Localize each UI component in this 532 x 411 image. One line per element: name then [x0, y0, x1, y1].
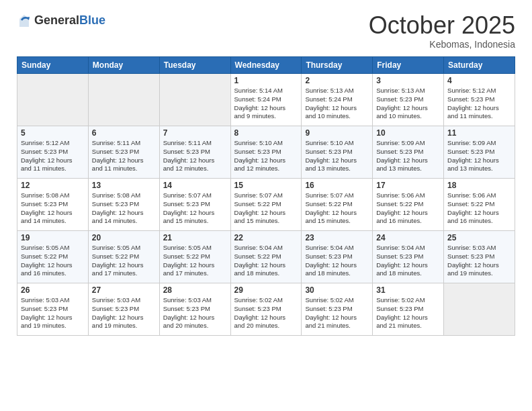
- day-info: Sunrise: 5:10 AM Sunset: 5:23 PM Dayligh…: [305, 139, 369, 173]
- day-info: Sunrise: 5:13 AM Sunset: 5:24 PM Dayligh…: [305, 87, 369, 121]
- day-info: Sunrise: 5:10 AM Sunset: 5:23 PM Dayligh…: [234, 139, 298, 173]
- table-row: 26Sunrise: 5:03 AM Sunset: 5:23 PM Dayli…: [17, 283, 89, 336]
- day-info: Sunrise: 5:04 AM Sunset: 5:22 PM Dayligh…: [234, 244, 298, 278]
- day-info: Sunrise: 5:12 AM Sunset: 5:23 PM Dayligh…: [21, 139, 85, 173]
- day-info: Sunrise: 5:11 AM Sunset: 5:23 PM Dayligh…: [92, 139, 156, 173]
- table-row: 14Sunrise: 5:07 AM Sunset: 5:23 PM Dayli…: [159, 179, 230, 231]
- day-number: 22: [234, 233, 298, 242]
- table-row: [444, 283, 515, 336]
- day-number: 19: [21, 233, 85, 242]
- table-row: 4Sunrise: 5:12 AM Sunset: 5:23 PM Daylig…: [444, 74, 515, 126]
- col-tuesday: Tuesday: [159, 57, 230, 74]
- day-info: Sunrise: 5:08 AM Sunset: 5:23 PM Dayligh…: [21, 191, 85, 226]
- logo: GeneralBlue: [17, 13, 105, 28]
- day-info: Sunrise: 5:08 AM Sunset: 5:23 PM Dayligh…: [92, 191, 156, 226]
- logo-blue: Blue: [79, 13, 105, 27]
- table-row: 8Sunrise: 5:10 AM Sunset: 5:23 PM Daylig…: [230, 126, 302, 179]
- table-row: 22Sunrise: 5:04 AM Sunset: 5:22 PM Dayli…: [230, 231, 302, 283]
- day-info: Sunrise: 5:03 AM Sunset: 5:23 PM Dayligh…: [21, 296, 85, 330]
- table-row: 30Sunrise: 5:02 AM Sunset: 5:23 PM Dayli…: [302, 283, 373, 336]
- day-number: 5: [21, 128, 85, 138]
- col-friday: Friday: [373, 57, 444, 74]
- col-saturday: Saturday: [444, 57, 515, 74]
- table-row: 25Sunrise: 5:03 AM Sunset: 5:23 PM Dayli…: [444, 231, 515, 283]
- table-row: 2Sunrise: 5:13 AM Sunset: 5:24 PM Daylig…: [302, 74, 373, 126]
- day-number: 2: [305, 76, 369, 85]
- day-number: 25: [447, 233, 511, 242]
- day-number: 3: [376, 76, 440, 85]
- day-info: Sunrise: 5:05 AM Sunset: 5:22 PM Dayligh…: [92, 244, 156, 278]
- day-info: Sunrise: 5:04 AM Sunset: 5:23 PM Dayligh…: [376, 244, 440, 278]
- header: GeneralBlue October 2025 Kebomas, Indone…: [17, 13, 515, 50]
- day-info: Sunrise: 5:11 AM Sunset: 5:23 PM Dayligh…: [163, 139, 227, 173]
- table-row: [17, 74, 89, 126]
- table-row: 23Sunrise: 5:04 AM Sunset: 5:23 PM Dayli…: [302, 231, 373, 283]
- table-row: 24Sunrise: 5:04 AM Sunset: 5:23 PM Dayli…: [373, 231, 444, 283]
- table-row: 20Sunrise: 5:05 AM Sunset: 5:22 PM Dayli…: [88, 231, 159, 283]
- table-row: 21Sunrise: 5:05 AM Sunset: 5:22 PM Dayli…: [159, 231, 230, 283]
- day-info: Sunrise: 5:02 AM Sunset: 5:23 PM Dayligh…: [234, 296, 298, 330]
- day-info: Sunrise: 5:05 AM Sunset: 5:22 PM Dayligh…: [21, 244, 85, 278]
- table-row: 17Sunrise: 5:06 AM Sunset: 5:22 PM Dayli…: [373, 179, 444, 231]
- day-info: Sunrise: 5:07 AM Sunset: 5:23 PM Dayligh…: [163, 191, 227, 226]
- day-info: Sunrise: 5:02 AM Sunset: 5:23 PM Dayligh…: [376, 296, 440, 330]
- day-info: Sunrise: 5:07 AM Sunset: 5:22 PM Dayligh…: [305, 191, 369, 226]
- day-number: 30: [305, 285, 369, 295]
- day-number: 18: [447, 181, 511, 190]
- day-number: 29: [234, 285, 298, 295]
- table-row: 15Sunrise: 5:07 AM Sunset: 5:22 PM Dayli…: [230, 179, 302, 231]
- day-number: 21: [163, 233, 227, 242]
- table-row: 19Sunrise: 5:05 AM Sunset: 5:22 PM Dayli…: [17, 231, 89, 283]
- day-number: 11: [447, 128, 511, 138]
- logo-icon: [17, 13, 32, 28]
- day-info: Sunrise: 5:06 AM Sunset: 5:22 PM Dayligh…: [447, 191, 511, 226]
- day-info: Sunrise: 5:02 AM Sunset: 5:23 PM Dayligh…: [305, 296, 369, 330]
- day-number: 1: [234, 76, 298, 85]
- day-info: Sunrise: 5:04 AM Sunset: 5:23 PM Dayligh…: [305, 244, 369, 278]
- day-info: Sunrise: 5:03 AM Sunset: 5:23 PM Dayligh…: [163, 296, 227, 330]
- table-row: 1Sunrise: 5:14 AM Sunset: 5:24 PM Daylig…: [230, 74, 302, 126]
- day-info: Sunrise: 5:13 AM Sunset: 5:23 PM Dayligh…: [376, 87, 440, 121]
- day-number: 23: [305, 233, 369, 242]
- col-monday: Monday: [88, 57, 159, 74]
- table-row: 27Sunrise: 5:03 AM Sunset: 5:23 PM Dayli…: [88, 283, 159, 336]
- table-row: 6Sunrise: 5:11 AM Sunset: 5:23 PM Daylig…: [88, 126, 159, 179]
- day-number: 6: [92, 128, 156, 138]
- day-info: Sunrise: 5:06 AM Sunset: 5:22 PM Dayligh…: [376, 191, 440, 226]
- month-title: October 2025: [369, 13, 515, 38]
- day-number: 12: [21, 181, 85, 190]
- calendar-week-1: 1Sunrise: 5:14 AM Sunset: 5:24 PM Daylig…: [17, 74, 515, 126]
- day-info: Sunrise: 5:07 AM Sunset: 5:22 PM Dayligh…: [234, 191, 298, 226]
- col-thursday: Thursday: [302, 57, 373, 74]
- table-row: 11Sunrise: 5:09 AM Sunset: 5:23 PM Dayli…: [444, 126, 515, 179]
- col-sunday: Sunday: [17, 57, 89, 74]
- day-number: 16: [305, 181, 369, 190]
- calendar-week-4: 19Sunrise: 5:05 AM Sunset: 5:22 PM Dayli…: [17, 231, 515, 283]
- day-number: 9: [305, 128, 369, 138]
- table-row: 10Sunrise: 5:09 AM Sunset: 5:23 PM Dayli…: [373, 126, 444, 179]
- day-number: 15: [234, 181, 298, 190]
- day-number: 8: [234, 128, 298, 138]
- col-wednesday: Wednesday: [230, 57, 302, 74]
- day-number: 10: [376, 128, 440, 138]
- table-row: 18Sunrise: 5:06 AM Sunset: 5:22 PM Dayli…: [444, 179, 515, 231]
- day-number: 20: [92, 233, 156, 242]
- location: Kebomas, Indonesia: [369, 39, 515, 50]
- day-info: Sunrise: 5:05 AM Sunset: 5:22 PM Dayligh…: [163, 244, 227, 278]
- day-info: Sunrise: 5:03 AM Sunset: 5:23 PM Dayligh…: [447, 244, 511, 278]
- table-row: 9Sunrise: 5:10 AM Sunset: 5:23 PM Daylig…: [302, 126, 373, 179]
- table-row: 13Sunrise: 5:08 AM Sunset: 5:23 PM Dayli…: [88, 179, 159, 231]
- day-number: 4: [447, 76, 511, 85]
- day-number: 14: [163, 181, 227, 190]
- day-number: 27: [92, 285, 156, 295]
- day-number: 31: [376, 285, 440, 295]
- day-number: 17: [376, 181, 440, 190]
- day-info: Sunrise: 5:12 AM Sunset: 5:23 PM Dayligh…: [447, 87, 511, 121]
- logo-general: General: [34, 13, 79, 27]
- calendar-header-row: Sunday Monday Tuesday Wednesday Thursday…: [17, 57, 515, 74]
- calendar-week-5: 26Sunrise: 5:03 AM Sunset: 5:23 PM Dayli…: [17, 283, 515, 336]
- day-number: 13: [92, 181, 156, 190]
- table-row: 3Sunrise: 5:13 AM Sunset: 5:23 PM Daylig…: [373, 74, 444, 126]
- table-row: [88, 74, 159, 126]
- table-row: 31Sunrise: 5:02 AM Sunset: 5:23 PM Dayli…: [373, 283, 444, 336]
